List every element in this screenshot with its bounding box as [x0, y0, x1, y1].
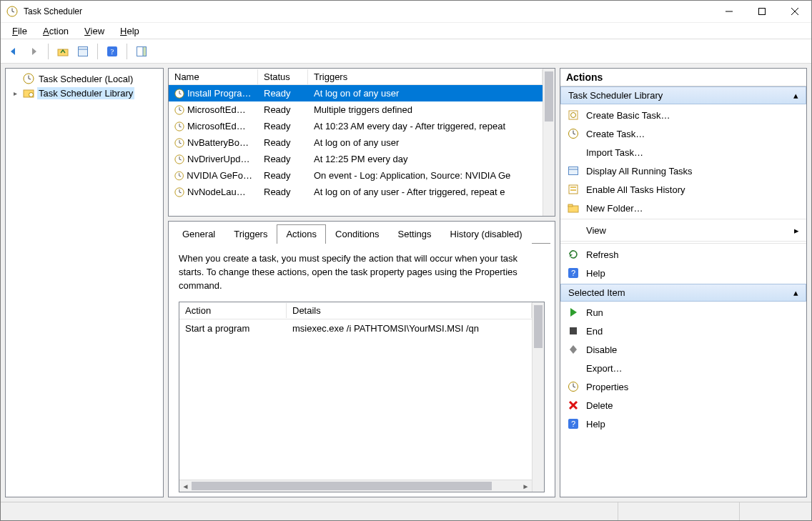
tree-root[interactable]: Task Scheduler (Local)	[6, 71, 163, 86]
task-list-v-scroll[interactable]	[543, 69, 555, 216]
tree-library[interactable]: ▸ Task Scheduler Library	[6, 86, 163, 100]
create-task-icon	[568, 128, 579, 139]
toolbar: ?	[1, 39, 811, 64]
action-help[interactable]: ?Help	[560, 264, 806, 282]
action-label: Export…	[586, 363, 623, 374]
task-name: MicrosoftEd…	[187, 104, 246, 115]
display-all-running-tasks-icon	[568, 165, 579, 177]
scroll-right-icon[interactable]: ►	[520, 480, 532, 492]
action-import-task[interactable]: Import Task…	[560, 143, 806, 162]
toolbar-properties-button[interactable]	[74, 43, 91, 60]
help-icon: ?	[107, 46, 118, 57]
tree-root-label: Task Scheduler (Local)	[37, 73, 134, 85]
action-disable[interactable]: Disable	[560, 340, 806, 359]
svg-rect-51	[568, 204, 573, 207]
action-view[interactable]: View▸	[560, 221, 806, 239]
action-refresh[interactable]: Refresh	[560, 245, 806, 264]
close-button[interactable]	[778, 1, 811, 23]
task-list-header: Name Status Triggers	[169, 69, 543, 85]
arrow-right-icon	[28, 46, 39, 57]
action-label: View	[586, 225, 606, 236]
tab-triggers[interactable]: Triggers	[224, 224, 277, 244]
actions-description: When you create a task, you must specify…	[179, 252, 545, 293]
disable-icon	[568, 344, 579, 355]
action-end[interactable]: End	[560, 322, 806, 340]
actions-section-library[interactable]: Task Scheduler Library ▴	[560, 86, 806, 104]
action-label: Create Task…	[586, 129, 645, 139]
col-name[interactable]: Name	[169, 69, 258, 84]
action-label: Help	[586, 419, 605, 430]
task-row[interactable]: MicrosoftEd…ReadyMultiple triggers defin…	[169, 101, 543, 118]
action-new-folder[interactable]: New Folder…	[560, 199, 806, 217]
pane-icon	[136, 46, 147, 57]
task-row[interactable]: NVIDIA GeFo…ReadyOn event - Log: Applica…	[169, 167, 543, 184]
svg-text:?: ?	[571, 269, 575, 277]
actions-col-action[interactable]: Action	[179, 303, 287, 318]
action-export[interactable]: Export…	[560, 359, 806, 377]
action-create-task[interactable]: Create Task…	[560, 124, 806, 143]
window-title: Task Scheduler	[24, 6, 82, 16]
task-list: Name Status Triggers Install Progra…Read…	[168, 68, 555, 217]
v-scroll-thumb[interactable]	[534, 305, 543, 348]
tab-history[interactable]: History (disabled)	[441, 224, 532, 244]
menu-view[interactable]: View	[79, 24, 110, 38]
clock-icon	[174, 171, 184, 181]
scroll-left-icon[interactable]: ◄	[179, 480, 192, 492]
nav-back-button[interactable]	[5, 43, 22, 60]
action-row[interactable]: Start a programmsiexec.exe /i PATHTOMSI\…	[179, 319, 532, 337]
actions-section-selected[interactable]: Selected Item ▴	[560, 284, 806, 302]
toolbar-show-actions-button[interactable]	[133, 43, 150, 60]
arrow-left-icon	[8, 46, 19, 57]
task-row[interactable]: Install Progra…ReadyAt log on of any use…	[169, 85, 543, 101]
properties-icon	[568, 381, 579, 392]
tab-conditions[interactable]: Conditions	[326, 224, 388, 244]
action-display-all-running-tasks[interactable]: Display All Running Tasks	[560, 162, 806, 180]
task-row[interactable]: MicrosoftEd…ReadyAt 10:23 AM every day -…	[169, 118, 543, 134]
clock-icon	[174, 89, 184, 99]
actions-h-scroll[interactable]: ◄ ►	[179, 480, 532, 492]
clock-icon	[174, 138, 184, 148]
svg-rect-40	[569, 111, 578, 119]
svg-rect-54	[570, 327, 577, 334]
enable-all-tasks-history-icon	[568, 184, 579, 195]
action-delete[interactable]: Delete	[560, 396, 806, 415]
task-status: Ready	[258, 136, 308, 149]
task-row[interactable]: NvNodeLau…ReadyAt log on of any user - A…	[169, 184, 543, 200]
actions-v-scroll[interactable]	[532, 302, 544, 492]
task-name: NvDriverUpd…	[187, 154, 249, 164]
menu-action[interactable]: Action	[37, 24, 74, 38]
toolbar-help-button[interactable]: ?	[104, 43, 121, 60]
actions-table: Action Details Start a programmsiexec.ex…	[179, 302, 545, 492]
clock-icon	[174, 105, 184, 115]
tab-actions[interactable]: Actions	[277, 224, 326, 244]
nav-forward-button[interactable]	[25, 43, 42, 60]
menu-help[interactable]: Help	[114, 24, 145, 38]
h-scroll-thumb[interactable]	[192, 482, 492, 490]
maximize-icon	[758, 8, 766, 15]
actions-col-details[interactable]: Details	[287, 303, 532, 318]
tab-general[interactable]: General	[173, 224, 224, 244]
action-properties[interactable]: Properties	[560, 377, 806, 396]
chevron-right-icon[interactable]: ▸	[14, 89, 17, 97]
v-scroll-thumb[interactable]	[545, 71, 553, 121]
tab-actions-body: When you create a task, you must specify…	[169, 244, 555, 497]
task-status: Ready	[258, 169, 308, 182]
action-help[interactable]: ?Help	[560, 415, 806, 433]
toolbar-folder-up-button[interactable]	[54, 43, 71, 60]
col-triggers[interactable]: Triggers	[308, 69, 543, 84]
svg-point-18	[29, 93, 34, 97]
action-label: Create Basic Task…	[586, 110, 670, 121]
action-enable-all-tasks-history[interactable]: Enable All Tasks History	[560, 180, 806, 199]
task-row[interactable]: NvBatteryBo…ReadyAt log on of any user	[169, 134, 543, 151]
minimize-button[interactable]	[713, 1, 746, 23]
maximize-button[interactable]	[746, 1, 778, 23]
tab-settings[interactable]: Settings	[389, 224, 441, 244]
action-details: msiexec.exe /i PATHTOMSI\YourMSI.MSI /qn	[287, 322, 532, 335]
task-status: Ready	[258, 86, 308, 100]
task-row[interactable]: NvDriverUpd…ReadyAt 12:25 PM every day	[169, 151, 543, 167]
action-create-basic-task[interactable]: Create Basic Task…	[560, 106, 806, 124]
col-status[interactable]: Status	[258, 69, 308, 84]
action-run[interactable]: Run	[560, 303, 806, 322]
menu-file[interactable]: File	[6, 24, 33, 38]
center-pane: Name Status Triggers Install Progra…Read…	[168, 68, 555, 497]
